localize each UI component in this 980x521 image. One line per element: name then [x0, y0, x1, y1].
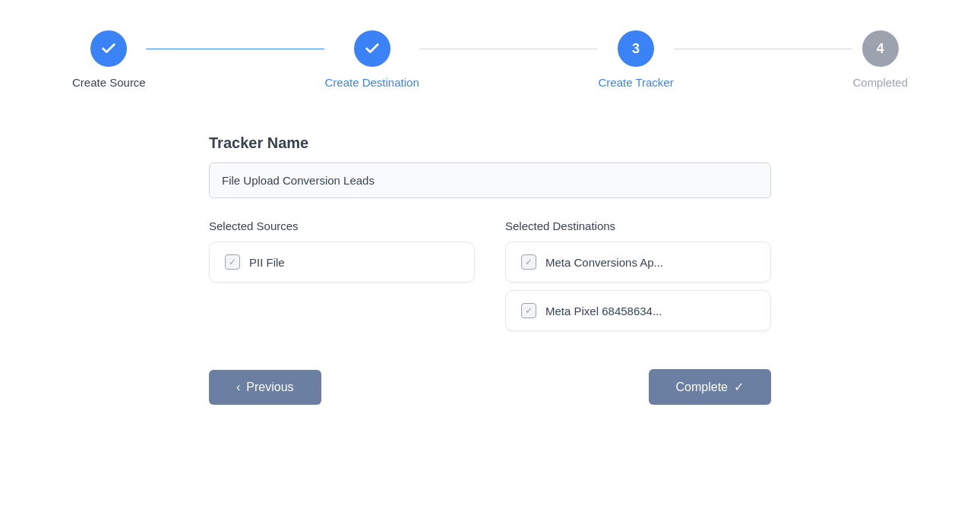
destination-card-meta-pixel: ✓ Meta Pixel 68458634...: [505, 290, 771, 331]
connector-2-3: [419, 49, 599, 49]
source-checkbox-1: ✓: [225, 254, 240, 270]
tracker-name-title: Tracker Name: [209, 134, 771, 152]
step-number-4: 4: [877, 41, 884, 57]
step-label-1: Create Source: [72, 76, 146, 89]
page-container: Create Source Create Destination 3 Creat…: [0, 0, 980, 521]
step-circle-4: 4: [862, 30, 899, 67]
chevron-left-icon: ‹: [236, 380, 240, 394]
previous-label: Previous: [246, 380, 293, 394]
destination-card-meta-conversions: ✓ Meta Conversions Ap...: [505, 242, 771, 283]
step-create-source: Create Source: [72, 30, 146, 89]
button-row: ‹ Previous Complete ✓: [209, 369, 771, 405]
source-check-icon-1: ✓: [229, 257, 236, 267]
destinations-title: Selected Destinations: [505, 219, 771, 232]
sources-col: Selected Sources ✓ PII File: [209, 219, 475, 339]
step-completed: 4 Completed: [852, 30, 908, 89]
check-icon-complete: ✓: [734, 380, 744, 394]
dest-label-2: Meta Pixel 68458634...: [545, 305, 662, 317]
tracker-name-input[interactable]: [209, 163, 771, 198]
step-number-3: 3: [632, 41, 640, 57]
step-circle-2: [354, 30, 390, 67]
dest-checkbox-2: ✓: [521, 303, 536, 318]
step-create-destination: Create Destination: [324, 30, 419, 89]
connector-3-4: [674, 49, 853, 49]
dest-checkbox-1: ✓: [521, 254, 536, 270]
dest-check-icon-2: ✓: [525, 305, 533, 316]
sources-title: Selected Sources: [209, 219, 475, 232]
dest-check-icon-1: ✓: [525, 257, 533, 267]
source-label-1: PII File: [249, 256, 285, 269]
step-label-3: Create Tracker: [598, 76, 673, 89]
source-card-pii: ✓ PII File: [209, 242, 475, 283]
destinations-col: Selected Destinations ✓ Meta Conversions…: [505, 219, 771, 339]
stepper: Create Source Create Destination 3 Creat…: [72, 30, 908, 89]
complete-button[interactable]: Complete ✓: [649, 369, 771, 405]
step-circle-3: 3: [618, 30, 654, 67]
dest-label-1: Meta Conversions Ap...: [545, 256, 663, 269]
step-label-2: Create Destination: [324, 76, 419, 89]
connector-1-2: [146, 49, 325, 49]
step-label-4: Completed: [852, 76, 908, 89]
step-circle-1: [90, 30, 127, 67]
main-form: Tracker Name Selected Sources ✓ PII File…: [209, 134, 771, 369]
two-col-section: Selected Sources ✓ PII File Selected Des…: [209, 219, 771, 339]
previous-button[interactable]: ‹ Previous: [209, 370, 321, 405]
step-create-tracker: 3 Create Tracker: [598, 30, 673, 89]
check-icon-1: [100, 40, 117, 57]
check-icon-2: [364, 40, 381, 57]
complete-label: Complete: [676, 380, 728, 394]
